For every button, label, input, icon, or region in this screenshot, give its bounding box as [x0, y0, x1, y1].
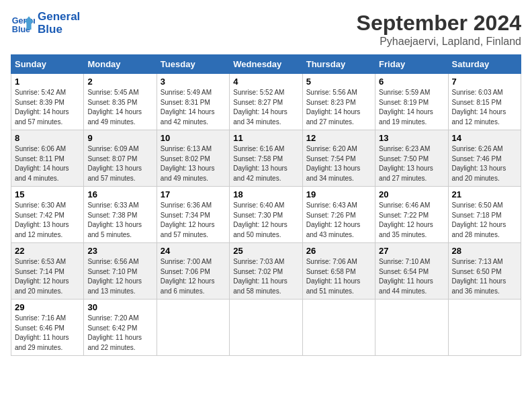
day-cell: 4Sunrise: 5:52 AMSunset: 8:27 PMDaylight… — [230, 74, 302, 130]
day-number: 15 — [15, 189, 80, 199]
day-number: 12 — [306, 133, 371, 143]
day-number: 16 — [87, 189, 152, 199]
day-info: Sunrise: 6:30 AMSunset: 7:42 PMDaylight:… — [15, 201, 80, 240]
day-number: 23 — [87, 246, 152, 256]
day-info: Sunrise: 5:49 AMSunset: 8:31 PMDaylight:… — [161, 88, 226, 127]
col-header-tuesday: Tuesday — [157, 55, 229, 74]
day-number: 21 — [452, 189, 517, 199]
day-cell — [230, 300, 302, 356]
day-cell: 17Sunrise: 6:36 AMSunset: 7:34 PMDayligh… — [157, 187, 229, 243]
header-row: SundayMondayTuesdayWednesdayThursdayFrid… — [11, 55, 521, 74]
week-row-5: 29Sunrise: 7:16 AMSunset: 6:46 PMDayligh… — [11, 300, 521, 356]
day-info: Sunrise: 6:40 AMSunset: 7:30 PMDaylight:… — [233, 201, 298, 240]
day-cell: 30Sunrise: 7:20 AMSunset: 6:42 PMDayligh… — [84, 300, 157, 356]
header: General Blue General Blue September 2024… — [11, 11, 521, 48]
col-header-thursday: Thursday — [302, 55, 375, 74]
day-cell: 14Sunrise: 6:26 AMSunset: 7:46 PMDayligh… — [448, 130, 521, 187]
day-info: Sunrise: 6:23 AMSunset: 7:50 PMDaylight:… — [379, 144, 444, 183]
logo: General Blue General Blue — [11, 11, 80, 36]
calendar-table: SundayMondayTuesdayWednesdayThursdayFrid… — [11, 54, 521, 356]
day-number: 6 — [379, 77, 444, 87]
day-number: 13 — [379, 133, 444, 143]
day-number: 19 — [306, 189, 371, 199]
col-header-sunday: Sunday — [11, 55, 84, 74]
col-header-monday: Monday — [84, 55, 157, 74]
week-row-4: 22Sunrise: 6:53 AMSunset: 7:14 PMDayligh… — [11, 243, 521, 300]
day-cell: 15Sunrise: 6:30 AMSunset: 7:42 PMDayligh… — [11, 187, 84, 243]
day-cell — [157, 300, 229, 356]
day-cell: 19Sunrise: 6:43 AMSunset: 7:26 PMDayligh… — [302, 187, 375, 243]
day-number: 5 — [306, 77, 371, 87]
day-cell — [448, 300, 521, 356]
day-info: Sunrise: 5:42 AMSunset: 8:39 PMDaylight:… — [15, 88, 80, 127]
col-header-friday: Friday — [375, 55, 448, 74]
day-number: 9 — [87, 133, 152, 143]
day-info: Sunrise: 7:16 AMSunset: 6:46 PMDaylight:… — [15, 314, 80, 353]
day-info: Sunrise: 5:59 AMSunset: 8:19 PMDaylight:… — [379, 88, 444, 127]
day-number: 27 — [379, 246, 444, 256]
calendar-title: September 2024 — [357, 11, 521, 36]
day-cell: 5Sunrise: 5:56 AMSunset: 8:23 PMDaylight… — [302, 74, 375, 130]
day-info: Sunrise: 7:13 AMSunset: 6:50 PMDaylight:… — [452, 257, 517, 296]
title-area: September 2024 Pyhaejaervi, Lapland, Fin… — [357, 11, 521, 48]
day-info: Sunrise: 7:03 AMSunset: 7:02 PMDaylight:… — [233, 257, 298, 296]
calendar-subtitle: Pyhaejaervi, Lapland, Finland — [357, 36, 521, 48]
day-cell: 20Sunrise: 6:46 AMSunset: 7:22 PMDayligh… — [375, 187, 448, 243]
day-info: Sunrise: 6:03 AMSunset: 8:15 PMDaylight:… — [452, 88, 517, 127]
day-number: 7 — [452, 77, 517, 87]
day-number: 22 — [15, 246, 80, 256]
day-info: Sunrise: 6:50 AMSunset: 7:18 PMDaylight:… — [452, 201, 517, 240]
day-cell: 18Sunrise: 6:40 AMSunset: 7:30 PMDayligh… — [230, 187, 302, 243]
day-cell: 10Sunrise: 6:13 AMSunset: 8:02 PMDayligh… — [157, 130, 229, 187]
day-info: Sunrise: 6:53 AMSunset: 7:14 PMDaylight:… — [15, 257, 80, 296]
week-row-1: 1Sunrise: 5:42 AMSunset: 8:39 PMDaylight… — [11, 74, 521, 130]
day-cell: 8Sunrise: 6:06 AMSunset: 8:11 PMDaylight… — [11, 130, 84, 187]
day-cell: 13Sunrise: 6:23 AMSunset: 7:50 PMDayligh… — [375, 130, 448, 187]
day-number: 10 — [161, 133, 226, 143]
day-info: Sunrise: 6:09 AMSunset: 8:07 PMDaylight:… — [87, 144, 152, 183]
day-cell: 26Sunrise: 7:06 AMSunset: 6:58 PMDayligh… — [302, 243, 375, 300]
day-number: 8 — [15, 133, 80, 143]
day-cell: 1Sunrise: 5:42 AMSunset: 8:39 PMDaylight… — [11, 74, 84, 130]
logo-blue: Blue — [38, 24, 80, 36]
day-cell: 23Sunrise: 6:56 AMSunset: 7:10 PMDayligh… — [84, 243, 157, 300]
day-info: Sunrise: 6:33 AMSunset: 7:38 PMDaylight:… — [87, 201, 152, 240]
day-info: Sunrise: 7:06 AMSunset: 6:58 PMDaylight:… — [306, 257, 371, 296]
day-info: Sunrise: 6:13 AMSunset: 8:02 PMDaylight:… — [161, 144, 226, 183]
logo-general: General — [38, 11, 80, 24]
day-cell: 9Sunrise: 6:09 AMSunset: 8:07 PMDaylight… — [84, 130, 157, 187]
day-number: 1 — [15, 77, 80, 87]
day-cell: 11Sunrise: 6:16 AMSunset: 7:58 PMDayligh… — [230, 130, 302, 187]
day-number: 20 — [379, 189, 444, 199]
day-number: 18 — [233, 189, 298, 199]
day-cell: 25Sunrise: 7:03 AMSunset: 7:02 PMDayligh… — [230, 243, 302, 300]
day-cell: 12Sunrise: 6:20 AMSunset: 7:54 PMDayligh… — [302, 130, 375, 187]
day-info: Sunrise: 5:56 AMSunset: 8:23 PMDaylight:… — [306, 88, 371, 127]
day-cell: 27Sunrise: 7:10 AMSunset: 6:54 PMDayligh… — [375, 243, 448, 300]
day-cell: 28Sunrise: 7:13 AMSunset: 6:50 PMDayligh… — [448, 243, 521, 300]
day-cell: 24Sunrise: 7:00 AMSunset: 7:06 PMDayligh… — [157, 243, 229, 300]
col-header-wednesday: Wednesday — [230, 55, 302, 74]
day-number: 2 — [87, 77, 152, 87]
day-number: 14 — [452, 133, 517, 143]
logo-icon: General Blue — [11, 11, 35, 36]
day-number: 4 — [233, 77, 298, 87]
day-cell: 29Sunrise: 7:16 AMSunset: 6:46 PMDayligh… — [11, 300, 84, 356]
day-cell: 21Sunrise: 6:50 AMSunset: 7:18 PMDayligh… — [448, 187, 521, 243]
day-info: Sunrise: 6:36 AMSunset: 7:34 PMDaylight:… — [161, 201, 226, 240]
day-info: Sunrise: 5:45 AMSunset: 8:35 PMDaylight:… — [87, 88, 152, 127]
day-info: Sunrise: 6:16 AMSunset: 7:58 PMDaylight:… — [233, 144, 298, 183]
day-info: Sunrise: 6:26 AMSunset: 7:46 PMDaylight:… — [452, 144, 517, 183]
day-number: 3 — [161, 77, 226, 87]
day-info: Sunrise: 6:46 AMSunset: 7:22 PMDaylight:… — [379, 201, 444, 240]
day-info: Sunrise: 6:06 AMSunset: 8:11 PMDaylight:… — [15, 144, 80, 183]
day-number: 24 — [161, 246, 226, 256]
col-header-saturday: Saturday — [448, 55, 521, 74]
day-info: Sunrise: 6:43 AMSunset: 7:26 PMDaylight:… — [306, 201, 371, 240]
day-cell: 6Sunrise: 5:59 AMSunset: 8:19 PMDaylight… — [375, 74, 448, 130]
day-number: 26 — [306, 246, 371, 256]
day-cell: 2Sunrise: 5:45 AMSunset: 8:35 PMDaylight… — [84, 74, 157, 130]
day-cell: 7Sunrise: 6:03 AMSunset: 8:15 PMDaylight… — [448, 74, 521, 130]
week-row-3: 15Sunrise: 6:30 AMSunset: 7:42 PMDayligh… — [11, 187, 521, 243]
day-number: 25 — [233, 246, 298, 256]
